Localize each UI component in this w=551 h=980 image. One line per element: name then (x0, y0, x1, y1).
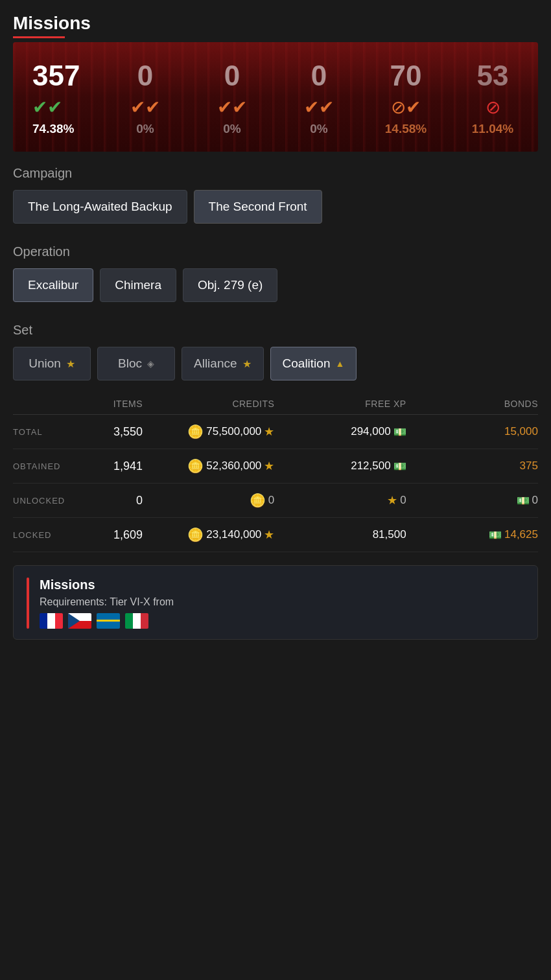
freexp-value-unlocked: 0 (400, 494, 406, 507)
row-items-total: 3,550 (91, 425, 143, 439)
stat-col-3: 0 ✔✔ 0% (293, 62, 345, 136)
bonds-value-obtained: 375 (520, 460, 538, 472)
btn-obj279[interactable]: Obj. 279 (e) (183, 268, 277, 302)
card-content: Missions Requirements: Tier VI-X from (40, 578, 524, 629)
table-row-obtained: OBTAINED 1,941 🪙 52,360,000 ★ 212,500 💵 … (13, 449, 538, 484)
row-items-locked: 1,609 (91, 528, 143, 542)
coalition-icon: ▲ (335, 358, 344, 369)
campaign-section: Campaign The Long-Awaited Backup The Sec… (0, 152, 551, 230)
btn-long-awaited-backup[interactable]: The Long-Awaited Backup (13, 190, 187, 224)
row-credits-locked: 🪙 23,140,000 ★ (143, 527, 274, 542)
freexp-bond-icon-obtained: 💵 (393, 460, 406, 472)
credits-coin-unlocked: 🪙 (250, 493, 266, 508)
col-header-label (13, 399, 91, 409)
set-section: Set Union ★ Bloc ◈ Alliance ★ Coalition … (0, 309, 551, 387)
row-label-obtained: OBTAINED (13, 461, 91, 471)
credits-star-obtained: ★ (264, 459, 274, 473)
table-row-unlocked: UNLOCKED 0 🪙 0 ★ 0 💵 0 (13, 484, 538, 518)
operation-label: Operation (13, 244, 538, 259)
stat-pct-2: 0% (223, 122, 240, 136)
bond-icon-unlocked: 💵 (517, 495, 530, 507)
row-freexp-locked: 81,500 (274, 528, 406, 541)
btn-second-front[interactable]: The Second Front (194, 190, 322, 224)
stat-pct-0: 74.38% (32, 122, 74, 136)
row-bonds-obtained: 375 (406, 460, 538, 472)
btn-alliance[interactable]: Alliance ★ (182, 347, 264, 380)
flag-row (40, 613, 524, 629)
bonds-value-unlocked: 0 (532, 494, 538, 507)
stat-col-0: 357 ✔✔ 74.38% (32, 62, 84, 136)
row-credits-unlocked: 🪙 0 (143, 493, 274, 508)
table-row-locked: LOCKED 1,609 🪙 23,140,000 ★ 81,500 💵 14,… (13, 518, 538, 552)
btn-union[interactable]: Union ★ (13, 347, 91, 380)
row-label-total: TOTAL (13, 427, 91, 437)
col-header-credits: CREDITS (143, 399, 274, 409)
page-title: Missions (13, 13, 538, 34)
row-credits-obtained: 🪙 52,360,000 ★ (143, 458, 274, 474)
stat-pct-4: 14.58% (385, 122, 427, 136)
stat-icon-2: ✔✔ (217, 97, 247, 118)
stat-col-4: 70 ⊘✔ 14.58% (380, 62, 432, 136)
bloc-label: Bloc (118, 356, 142, 371)
freexp-value-obtained: 212,500 (351, 460, 390, 472)
stat-icon-5: ⊘ (486, 97, 500, 118)
col-header-freexp: FREE XP (274, 399, 406, 409)
btn-bloc[interactable]: Bloc ◈ (97, 347, 175, 380)
stat-number-0: 357 (32, 62, 80, 90)
stat-icon-0: ✔✔ (32, 97, 62, 118)
stat-col-5: 53 ⊘ 11.04% (467, 62, 519, 136)
flag-fr (40, 613, 63, 629)
freexp-value-locked: 81,500 (373, 528, 406, 541)
credits-star-total: ★ (264, 425, 274, 439)
stats-row: 357 ✔✔ 74.38% 0 ✔✔ 0% 0 ✔✔ 0% 0 ✔✔ 0% 70… (32, 62, 519, 136)
stat-number-1: 0 (137, 62, 153, 90)
credits-coin-obtained: 🪙 (187, 458, 204, 474)
row-credits-total: 🪙 75,500,000 ★ (143, 424, 274, 439)
card-subtitle: Requirements: Tier VI-X from (40, 596, 524, 629)
rewards-table: ITEMS CREDITS FREE XP BONDS TOTAL 3,550 … (13, 393, 538, 552)
row-label-unlocked: UNLOCKED (13, 496, 91, 506)
stat-number-2: 0 (224, 62, 240, 90)
stat-number-3: 0 (311, 62, 327, 90)
btn-coalition[interactable]: Coalition ▲ (270, 347, 357, 380)
freexp-value-total: 294,000 (351, 425, 390, 438)
row-freexp-unlocked: ★ 0 (274, 493, 406, 508)
row-bonds-locked: 💵 14,625 (406, 528, 538, 541)
stats-banner: 357 ✔✔ 74.38% 0 ✔✔ 0% 0 ✔✔ 0% 0 ✔✔ 0% 70… (13, 42, 538, 152)
page-header: Missions (0, 0, 551, 42)
union-icon: ★ (66, 358, 75, 370)
credits-value-obtained: 52,360,000 (206, 460, 261, 472)
operation-btn-group: Excalibur Chimera Obj. 279 (e) (13, 268, 538, 302)
row-items-obtained: 1,941 (91, 460, 143, 473)
stat-col-1: 0 ✔✔ 0% (119, 62, 171, 136)
btn-chimera[interactable]: Chimera (100, 268, 176, 302)
row-items-unlocked: 0 (91, 494, 143, 508)
row-freexp-obtained: 212,500 💵 (274, 460, 406, 472)
title-underline (13, 36, 65, 38)
alliance-label: Alliance (194, 356, 237, 371)
table-header: ITEMS CREDITS FREE XP BONDS (13, 393, 538, 415)
credits-stack-icon: 🪙 (187, 424, 204, 439)
credits-value-locked: 23,140,000 (206, 528, 261, 541)
btn-excalibur[interactable]: Excalibur (13, 268, 93, 302)
flag-cz (68, 613, 91, 629)
card-subtitle-text: Requirements: Tier VI-X from (40, 596, 174, 607)
table-row-total: TOTAL 3,550 🪙 75,500,000 ★ 294,000 💵 15,… (13, 415, 538, 449)
bond-icon-locked: 💵 (489, 529, 502, 541)
stat-pct-3: 0% (310, 122, 327, 136)
stat-icon-3: ✔✔ (304, 97, 334, 118)
stat-number-4: 70 (390, 62, 422, 90)
col-header-items: ITEMS (91, 399, 143, 409)
stat-icon-4: ⊘✔ (391, 97, 421, 118)
campaign-label: Campaign (13, 166, 538, 181)
credits-value-unlocked: 0 (268, 494, 274, 507)
campaign-btn-group: The Long-Awaited Backup The Second Front (13, 190, 538, 224)
row-label-locked: LOCKED (13, 530, 91, 540)
set-btn-group: Union ★ Bloc ◈ Alliance ★ Coalition ▲ (13, 347, 538, 380)
coalition-label: Coalition (283, 356, 331, 371)
col-header-bonds: BONDS (406, 399, 538, 409)
freexp-bond-icon-total: 💵 (393, 426, 406, 438)
operation-section: Operation Excalibur Chimera Obj. 279 (e) (0, 230, 551, 309)
row-freexp-total: 294,000 💵 (274, 425, 406, 438)
stat-icon-1: ✔✔ (130, 97, 160, 118)
